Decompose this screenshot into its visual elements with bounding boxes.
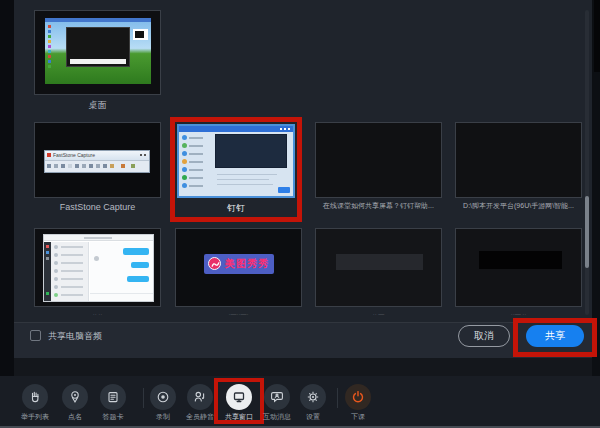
thumbnail-help-page[interactable]: [315, 122, 442, 198]
interactive-message-icon: [264, 384, 290, 410]
raised-hand-icon: [22, 384, 48, 410]
toolbar-item-hand-list[interactable]: 举手列表: [13, 384, 57, 422]
thumbnail-dark-window-1[interactable]: ·· —: [315, 228, 442, 307]
thumbnail-help-page-label: 在线课堂如何共享屏幕？钉钉帮助...: [315, 201, 442, 211]
dingtalk-titlebar: [179, 126, 293, 132]
record-icon: [150, 384, 176, 410]
thumbnail-dark-window-1-label: ·· —: [316, 311, 441, 317]
toolbar-item-settings[interactable]: 设置: [291, 384, 335, 422]
cancel-button[interactable]: 取消: [458, 325, 510, 347]
thumbnail-meitu-label: ·—··—·: [176, 311, 301, 317]
thumbnail-desktop[interactable]: 桌面: [34, 10, 161, 95]
black-bar: [479, 251, 562, 269]
thumbnail-faststone-label: FastStone Capture: [35, 202, 160, 212]
desktop-small-window: [133, 29, 148, 40]
desktop-dark-window: [66, 27, 130, 67]
thumbnail-folder-window[interactable]: [455, 122, 582, 198]
thumbnail-dark-window-2-label: ··— ··: [456, 311, 581, 317]
desktop-titlebar: [45, 18, 151, 22]
thumbnail-faststone[interactable]: FastStone Capture FastStone Capture: [34, 122, 161, 198]
answer-card-icon: [100, 384, 126, 410]
share-audio-checkbox[interactable]: [30, 330, 41, 341]
gear-icon: [300, 384, 326, 410]
dingtalk-blue-button: [278, 187, 290, 193]
thumbnail-dark-window-2[interactable]: ··— ··: [455, 228, 582, 307]
faststone-window: FastStone Capture: [44, 150, 150, 173]
thumbnail-dingtalk[interactable]: [177, 124, 295, 198]
desktop-preview-image: [45, 18, 151, 84]
thumbnail-desktop-label: 桌面: [35, 99, 160, 112]
share-audio-label: 共享电脑音频: [48, 330, 102, 342]
meitu-logo-icon: [208, 257, 221, 270]
toolbar-item-end-class[interactable]: 下课: [336, 384, 380, 422]
thumbnail-chat-window-label: ·· ··: [35, 311, 160, 317]
right-edge-dark-block: [594, 0, 600, 72]
chat-window-preview: [43, 234, 154, 302]
scrollbar-thumb[interactable]: [585, 196, 589, 268]
thumbnail-dingtalk-label: 钉钉: [170, 202, 302, 215]
gray-bar: [336, 254, 423, 270]
toolbar-item-answer-card[interactable]: 答题卡: [91, 384, 135, 422]
dingtalk-video-panel: [215, 134, 287, 168]
roll-call-pin-icon: [62, 384, 88, 410]
meitu-banner: 美图秀秀: [204, 254, 274, 274]
thumbnail-meitu[interactable]: 美图秀秀 ·—··—·: [175, 228, 302, 307]
thumbnail-chat-window[interactable]: ·· ··: [34, 228, 161, 307]
scrollbar-track: [585, 10, 589, 315]
mute-all-icon: [187, 384, 213, 410]
left-edge-strip: [0, 0, 14, 376]
meitu-banner-text: 美图秀秀: [225, 254, 269, 274]
thumbnail-folder-window-label: D:\脚本开发平台(96U\手游网\智能...: [455, 201, 582, 211]
annotation-box-share-button: [513, 318, 597, 357]
power-icon: [345, 384, 371, 410]
